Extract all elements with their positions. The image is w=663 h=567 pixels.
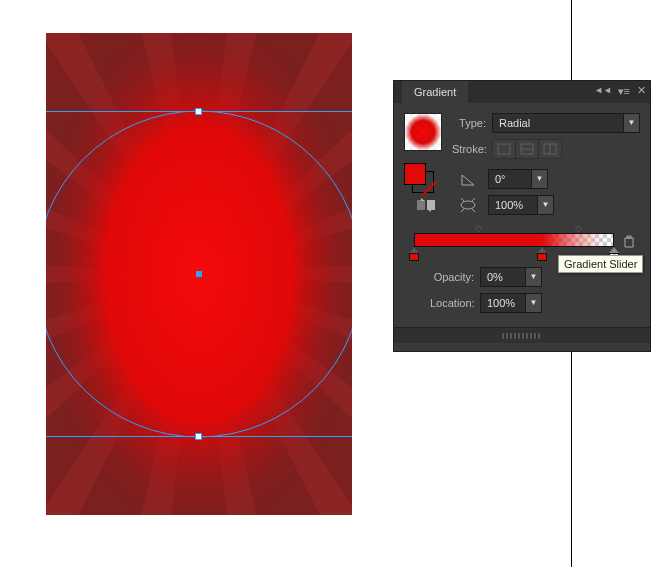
gradient-stop[interactable] <box>537 247 547 261</box>
gradient-preview-swatch[interactable] <box>404 113 442 151</box>
tooltip: Gradient Slider <box>558 255 643 273</box>
canvas-artboard[interactable] <box>46 33 352 515</box>
delete-stop-icon[interactable] <box>620 233 638 251</box>
gradient-strip[interactable] <box>414 233 614 247</box>
svg-point-10 <box>461 201 475 209</box>
angle-dropdown[interactable]: 0° ▼ <box>488 169 548 189</box>
panel-menu-icon[interactable]: ▾≡ <box>618 85 630 98</box>
panel-tab-gradient[interactable]: Gradient <box>402 81 468 103</box>
svg-rect-3 <box>498 144 510 154</box>
panel-close-icon[interactable]: ✕ <box>637 84 646 97</box>
chevron-down-icon: ▼ <box>537 196 553 214</box>
type-dropdown[interactable]: Radial ▼ <box>492 113 640 133</box>
stroke-label: Stroke: <box>452 143 492 155</box>
stroke-across-button[interactable] <box>538 139 562 159</box>
gradient-midpoint-diamond[interactable]: ◇ <box>475 223 482 233</box>
gradient-panel: ◄◄ Gradient ▾≡ ✕ Type: Radial ▼ <box>393 80 651 352</box>
chevron-down-icon: ▼ <box>525 268 541 286</box>
opacity-value: 0% <box>481 271 525 283</box>
svg-line-11 <box>461 198 464 201</box>
location-value: 100% <box>481 297 525 309</box>
stroke-along-button[interactable] <box>515 139 539 159</box>
svg-rect-9 <box>427 200 435 210</box>
angle-icon <box>459 170 477 188</box>
svg-line-12 <box>472 198 475 201</box>
location-dropdown[interactable]: 100% ▼ <box>480 293 542 313</box>
panel-tabbar: ◄◄ Gradient ▾≡ ✕ <box>394 81 650 103</box>
panel-collapse-icon[interactable]: ◄◄ <box>594 85 612 95</box>
fill-swatch[interactable] <box>404 163 426 185</box>
svg-rect-8 <box>417 200 425 210</box>
stroke-apply-buttons <box>492 139 561 159</box>
type-label: Type: <box>452 117 492 129</box>
panel-resize-gripper[interactable] <box>394 327 650 343</box>
stroke-within-button[interactable] <box>492 139 516 159</box>
type-value: Radial <box>493 117 623 129</box>
reverse-gradient-icon[interactable] <box>415 197 437 213</box>
aspect-dropdown[interactable]: 100% ▼ <box>488 195 554 215</box>
fill-stroke-indicator[interactable] <box>404 163 434 193</box>
selection-handle-tc[interactable] <box>195 108 202 115</box>
opacity-dropdown[interactable]: 0% ▼ <box>480 267 542 287</box>
location-label: Location: <box>430 297 480 309</box>
aspect-ratio-icon <box>459 196 477 214</box>
aspect-value: 100% <box>489 199 537 211</box>
gradient-midpoint-diamond[interactable]: ◇ <box>575 223 582 233</box>
svg-line-13 <box>461 209 464 212</box>
selection-handle-bc[interactable] <box>195 433 202 440</box>
selection-bounding-box[interactable] <box>46 111 352 437</box>
gradient-stop[interactable] <box>409 247 419 261</box>
angle-value: 0° <box>489 173 531 185</box>
chevron-down-icon: ▼ <box>531 170 547 188</box>
svg-line-14 <box>472 209 475 212</box>
chevron-down-icon: ▼ <box>623 114 639 132</box>
opacity-label: Opacity: <box>430 271 480 283</box>
selection-center[interactable] <box>196 271 202 277</box>
chevron-down-icon: ▼ <box>525 294 541 312</box>
